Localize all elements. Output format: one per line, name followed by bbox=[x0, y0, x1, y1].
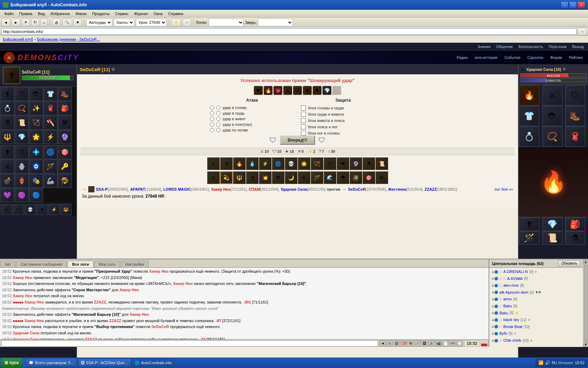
opp-bot-slot-5[interactable]: 📜 bbox=[542, 231, 562, 245]
skill-2[interactable]: 🗡 bbox=[220, 157, 233, 170]
game-scrolls[interactable]: Скроллы bbox=[526, 55, 545, 60]
breadcrumb-page[interactable]: Бойцовские дневники - SeDuCeR... bbox=[37, 37, 100, 41]
close-button[interactable]: × bbox=[578, 1, 585, 8]
team1-player2[interactable]: АРАРАТ bbox=[130, 187, 145, 191]
stop-button[interactable]: ✕ bbox=[22, 19, 30, 26]
inv-slot-34[interactable]: 🦾 bbox=[43, 174, 57, 188]
opp-bot-slot-1[interactable]: 🗡 bbox=[519, 218, 539, 231]
log-link-hakernео1[interactable]: Хакер Нео bbox=[149, 269, 169, 273]
chat-tool-doc[interactable]: 📄 bbox=[442, 340, 449, 347]
online-player-10[interactable]: ⚔🔵 Byfe [9] ✕ bbox=[491, 330, 582, 337]
attack-radio-3[interactable] bbox=[210, 117, 214, 121]
menu-view[interactable]: Вид bbox=[35, 11, 48, 16]
favorites-button[interactable]: ★ bbox=[74, 19, 82, 26]
online-p6-name[interactable]: Baks bbox=[503, 303, 512, 309]
defense-opt-4[interactable]: блок пояса и ног bbox=[301, 124, 385, 129]
inv-slot-14[interactable]: 🪓 bbox=[43, 116, 57, 130]
skill-11[interactable]: ❤ bbox=[337, 157, 349, 170]
log-link-udarsila1[interactable]: Ударная Сила bbox=[13, 331, 40, 335]
log-link-hakernео8[interactable]: Хакер Нео bbox=[24, 319, 44, 323]
inv-slot-27[interactable]: 🪬 bbox=[15, 159, 29, 173]
inv-slot-21[interactable]: 🗡 bbox=[0, 145, 14, 159]
defense-opt-5[interactable]: блок ног и головы bbox=[301, 131, 385, 136]
skill-b6[interactable]: ⚒ bbox=[272, 171, 285, 184]
inv-slot-13[interactable]: 🏹 bbox=[29, 116, 43, 130]
skill-10[interactable]: 🛡 bbox=[324, 157, 336, 170]
inv-slot-29[interactable]: 🪄 bbox=[43, 159, 57, 173]
team2-player1[interactable]: SeDuCeR bbox=[348, 187, 365, 191]
chat-tool-video[interactable]: 📹 bbox=[435, 340, 442, 347]
skill-b11[interactable]: 🌪 bbox=[337, 171, 349, 184]
online-p8-name[interactable]: black sky bbox=[503, 317, 519, 323]
skill-b4[interactable]: 🗡 bbox=[246, 171, 259, 184]
skill-b12[interactable]: 🪅 bbox=[350, 171, 362, 184]
defense-check-5[interactable] bbox=[301, 131, 306, 136]
opp-slot-9[interactable]: 🧣 bbox=[565, 127, 585, 147]
scroll-up[interactable]: ▲ bbox=[584, 260, 588, 264]
defense-opt-1[interactable]: блок головы и груди bbox=[301, 105, 385, 110]
skill-b7[interactable]: 🌙 bbox=[285, 171, 298, 184]
game-radio[interactable]: Радио bbox=[455, 55, 469, 60]
skill-b1[interactable]: ⚔ bbox=[207, 171, 220, 184]
skill-b14[interactable]: ⚙ bbox=[376, 171, 388, 184]
taskbar-btn-2[interactable]: 🖼 SSA-P - ACDSee Quic... bbox=[78, 359, 131, 367]
chat-tool-settings[interactable]: ⚙ bbox=[407, 340, 414, 347]
opp-bot-slot-3[interactable]: 🎒 bbox=[565, 218, 585, 231]
inv-slot-28[interactable]: 🧿 bbox=[29, 159, 43, 173]
attack-opt-2[interactable]: удар в грудь bbox=[210, 111, 294, 115]
status-blank1[interactable] bbox=[332, 86, 341, 95]
online-refresh-button[interactable]: Обновить bbox=[558, 260, 580, 266]
inv-slot-16[interactable]: 🔱 bbox=[0, 130, 14, 144]
log-link-zzazz1[interactable]: ZZAZZ bbox=[94, 300, 106, 304]
log-link-hakernео5[interactable]: Хакер Нео bbox=[13, 294, 33, 298]
attack-opt-5[interactable]: удар по ногам bbox=[210, 128, 294, 132]
home-button[interactable]: ⌂ bbox=[41, 19, 48, 26]
online-player-3[interactable]: ⚔🔵⚪ alex-mss [8] bbox=[491, 282, 582, 289]
back-button[interactable]: ◄ bbox=[1, 19, 10, 26]
game-nav-vyhod[interactable]: Выход bbox=[571, 45, 585, 49]
participant-slot-1[interactable]: ⚔ bbox=[1, 204, 12, 215]
chaos-select[interactable]: Хаоты bbox=[114, 19, 134, 26]
log-link-hakernео4[interactable]: Хакер Нео bbox=[119, 288, 139, 292]
log-link-hakernео3[interactable]: Хакер Нео bbox=[173, 281, 193, 286]
inv-slot-25[interactable]: 🎯 bbox=[58, 145, 72, 159]
status-gem[interactable]: 💎 bbox=[322, 86, 331, 95]
participant-slot-6[interactable]: 🔱 bbox=[60, 204, 71, 215]
chat-tool-img[interactable]: 🖼 bbox=[421, 340, 428, 347]
opp-bot-slot-2[interactable]: 💎 bbox=[542, 218, 562, 231]
online-player-4[interactable]: ⚔🔵 afk Apocom-dem [4] 🗡⚙ bbox=[491, 289, 582, 296]
inv-slot-32[interactable]: 🏺 bbox=[15, 174, 29, 188]
inv-slot-22[interactable]: 🛡 bbox=[15, 145, 29, 159]
online-p9-name[interactable]: Break Beat bbox=[503, 324, 522, 330]
skill-13[interactable]: ⚗ bbox=[363, 157, 375, 170]
team1-player1[interactable]: SSA-P bbox=[96, 187, 108, 191]
tab-settings[interactable]: Настройки bbox=[121, 261, 149, 267]
online-p1-name[interactable]: A-DRENALI-N bbox=[503, 269, 528, 275]
scroll-handle[interactable]: ▲ ▼ bbox=[583, 259, 588, 347]
tab-mylogs[interactable]: Мои логи bbox=[94, 261, 120, 267]
defense-check-4[interactable] bbox=[301, 124, 306, 129]
status-star[interactable]: ★ bbox=[303, 86, 312, 95]
online-player-5[interactable]: ⚔🔵⚪ armv [9] bbox=[491, 296, 582, 303]
inv-slot-20[interactable]: 🔮 bbox=[58, 130, 72, 144]
opp-bot-slot-6[interactable]: ⚗ bbox=[565, 231, 585, 245]
opp-slot-6[interactable]: 🥾 bbox=[565, 106, 585, 126]
inv-slot-7[interactable]: 📿 bbox=[15, 101, 29, 115]
go-button[interactable]: → bbox=[182, 19, 191, 26]
skill-b13[interactable]: 🎯 bbox=[363, 171, 375, 184]
online-p5-name[interactable]: armv bbox=[503, 296, 512, 302]
game-rating[interactable]: Рейтинг bbox=[568, 55, 584, 60]
log-link-seducer1[interactable]: SeDuCeR bbox=[152, 325, 169, 329]
online-p4-name[interactable]: afk Apocom-dem bbox=[499, 289, 528, 296]
game-nav-znania[interactable]: Знания bbox=[476, 45, 492, 49]
tab-system[interactable]: Системные сообщения bbox=[16, 261, 67, 267]
team2-player2[interactable]: Жестянка bbox=[388, 187, 406, 191]
menu-edit[interactable]: Правка bbox=[16, 11, 35, 16]
chat-input[interactable] bbox=[1, 340, 378, 347]
inv-slot-12[interactable]: 📜 bbox=[15, 116, 29, 130]
attack-radio-4b[interactable] bbox=[216, 122, 220, 127]
attack-radio-4[interactable] bbox=[210, 122, 214, 127]
skill-6[interactable]: 🌀 bbox=[272, 157, 285, 170]
attack-radio-1b[interactable] bbox=[216, 105, 220, 110]
chat-tool-emoji[interactable]: ☺ bbox=[386, 340, 393, 347]
